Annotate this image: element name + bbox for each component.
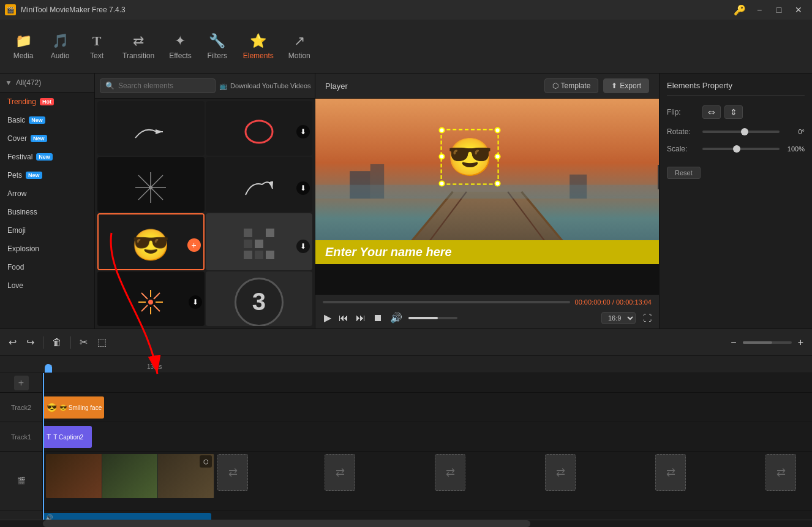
element-card-colorful-love[interactable]: Colorful love 3 ⬇ xyxy=(206,101,313,156)
caption2-clip[interactable]: T T Caption2 xyxy=(43,426,92,448)
panel-collapse-btn[interactable]: ❮ xyxy=(658,165,659,189)
header-row xyxy=(43,373,812,393)
volume-button[interactable]: 🔊 xyxy=(389,311,404,325)
element-card-snowflake[interactable]: Snowflake 1 xyxy=(97,157,205,211)
download-sparkle-btn[interactable]: ⬇ xyxy=(189,295,202,309)
track2-row: 😎 😎 Smiling face xyxy=(43,393,812,422)
toolbar-item-filters[interactable]: 🔧 Filters xyxy=(199,25,236,69)
flip-vertical-button[interactable]: ⇕ xyxy=(724,105,743,119)
toolbar-item-transition[interactable]: ⇄ Transition xyxy=(115,25,162,69)
volume-slider[interactable] xyxy=(408,317,457,319)
zoom-in-button[interactable]: + xyxy=(794,335,807,351)
food-label: Food xyxy=(7,263,24,271)
category-pets[interactable]: Pets New xyxy=(0,166,94,184)
toolbar-item-effects[interactable]: ✦ Effects xyxy=(162,25,198,69)
scale-slider[interactable] xyxy=(702,148,780,150)
reset-button[interactable]: Reset xyxy=(667,167,701,179)
svg-point-17 xyxy=(148,300,153,305)
element-card-countdown[interactable]: 3 Countdown 3 xyxy=(206,271,313,326)
download-youtube-btn[interactable]: 📺 Download YouTube Videos xyxy=(219,82,311,90)
add-smiling-btn[interactable]: + xyxy=(187,238,201,252)
toolbar-item-media[interactable]: 📁 Media xyxy=(5,25,42,69)
search-input[interactable] xyxy=(118,82,210,90)
flip-horizontal-button[interactable]: ⇔ xyxy=(702,105,721,119)
transition-block-4[interactable]: ⇄ xyxy=(545,454,576,491)
maximize-button[interactable]: □ xyxy=(770,4,788,16)
add-track-area: + xyxy=(0,373,42,393)
player-header: Player ⬡ Template ⬆ Export xyxy=(315,74,659,99)
smiling-face-label: 😎 Smiling face xyxy=(59,404,102,411)
video-clip[interactable]: ⬡ xyxy=(46,454,214,498)
volume-fill xyxy=(408,317,438,319)
basic-label: Basic xyxy=(7,116,25,124)
template-button[interactable]: ⬡ Template xyxy=(544,78,599,93)
element-thumb-countdown: 3 xyxy=(235,278,284,326)
zoom-slider[interactable] xyxy=(743,341,792,344)
search-box[interactable]: 🔍 xyxy=(100,78,216,93)
zoom-out-button[interactable]: − xyxy=(727,335,740,351)
category-food[interactable]: Food xyxy=(0,258,94,276)
toolbar-item-motion[interactable]: ↗ Motion xyxy=(281,25,318,69)
redo-button[interactable]: ↪ xyxy=(23,334,38,351)
category-festival[interactable]: Festival New xyxy=(0,148,94,166)
text-label: Text xyxy=(90,51,103,60)
svg-rect-15 xyxy=(255,251,263,259)
smiling-face-clip[interactable]: 😎 😎 Smiling face xyxy=(43,396,104,419)
rotate-slider[interactable] xyxy=(702,131,780,133)
svg-rect-11 xyxy=(244,240,252,248)
video-text-overlay: Enter Your name here xyxy=(315,240,659,264)
category-basic[interactable]: Basic New xyxy=(0,111,94,129)
stop-button[interactable]: ⏹ xyxy=(372,311,384,325)
element-card-smiling-face[interactable]: 😎 Smiling face with su... + xyxy=(97,213,205,270)
category-emoji[interactable]: Emoji xyxy=(0,221,94,240)
transition-label: Transition xyxy=(122,51,154,60)
element-thumb-sparkle xyxy=(97,271,205,326)
transition-block-1[interactable]: ⇄ xyxy=(217,454,248,491)
toolbar-item-elements[interactable]: ⭐ Elements xyxy=(236,25,281,69)
transition-block-6[interactable]: ⇄ xyxy=(765,454,796,491)
fullscreen-button[interactable]: ⛶ xyxy=(643,313,652,323)
toolbar-item-audio[interactable]: 🎵 Audio xyxy=(42,25,78,69)
toolbar-item-text[interactable]: T Text xyxy=(78,25,115,69)
element-card-sparkle[interactable]: Sparkle ⬇ xyxy=(97,271,205,326)
close-button[interactable]: ✕ xyxy=(790,4,807,16)
next-frame-button[interactable]: ⏭ xyxy=(355,311,367,325)
category-love[interactable]: Love xyxy=(0,276,94,295)
track-labels: + Track2 Track1 🎬 🎵 xyxy=(0,373,43,520)
element-thumb-arrow1 xyxy=(97,101,205,156)
explosion-label: Explosion xyxy=(7,245,39,253)
audio-wave[interactable]: 🔊 xyxy=(43,513,211,520)
progress-bar[interactable] xyxy=(323,301,570,303)
element-card-arrow5[interactable]: Arrow 5 ⬇ xyxy=(206,157,313,211)
category-cover[interactable]: Cover New xyxy=(0,129,94,148)
filters-label: Filters xyxy=(207,51,227,60)
split-button[interactable]: ✂ xyxy=(76,334,91,351)
prev-frame-button[interactable]: ⏮ xyxy=(337,311,350,325)
aspect-ratio-select[interactable]: 16:9 9:16 4:3 1:1 xyxy=(601,312,636,324)
video-clip-icon: ⬡ xyxy=(200,455,212,468)
download-mosaic-btn[interactable]: ⬇ xyxy=(296,240,310,253)
category-explosion[interactable]: Explosion xyxy=(0,240,94,258)
scale-value: 100% xyxy=(783,145,805,153)
element-card-arrow1[interactable]: Arrow 1 xyxy=(97,101,205,156)
undo-button[interactable]: ↩ xyxy=(5,334,20,351)
play-button[interactable]: ▶ xyxy=(323,311,333,325)
audio-row: 🔊 xyxy=(43,510,812,520)
category-arrow[interactable]: Arrow xyxy=(0,184,94,203)
add-track-button[interactable]: + xyxy=(14,376,29,390)
overlay-text: Enter Your name here xyxy=(325,245,452,259)
video-track-row: ⬡ ⇄ ⇄ ⇄ ⇄ ⇄ ⇄ xyxy=(43,452,812,510)
delete-button[interactable]: 🗑 xyxy=(48,335,66,351)
element-card-mosaic[interactable]: Mosaic 1 ⬇ xyxy=(206,213,313,270)
transition-block-2[interactable]: ⇄ xyxy=(325,454,355,491)
transition-block-5[interactable]: ⇄ xyxy=(655,454,686,491)
download-arrow5-btn[interactable]: ⬇ xyxy=(296,181,310,195)
export-button[interactable]: ⬆ Export xyxy=(603,78,649,93)
transition-block-3[interactable]: ⇄ xyxy=(435,454,465,491)
category-business[interactable]: Business xyxy=(0,203,94,221)
category-trending[interactable]: Trending Hot xyxy=(0,93,94,111)
crop-button[interactable]: ⬚ xyxy=(94,334,110,351)
bottom-scrollbar[interactable] xyxy=(43,520,530,527)
emoji-label: Emoji xyxy=(7,226,26,235)
minimize-button[interactable]: − xyxy=(751,4,768,16)
